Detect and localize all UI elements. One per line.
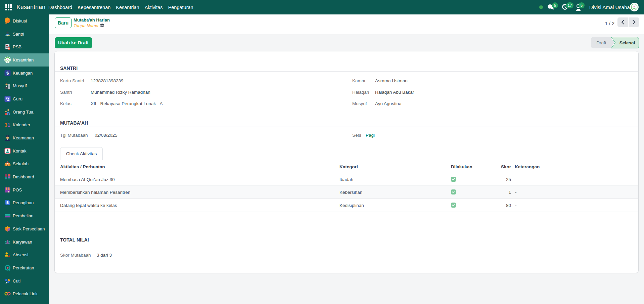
svg-text:3: 3 (4, 122, 7, 128)
svg-text:Selesai: Selesai (619, 40, 635, 45)
svg-text:$: $ (7, 201, 9, 205)
svg-text:$: $ (6, 71, 9, 76)
svg-text:1: 1 (7, 122, 10, 128)
svg-text:Draft: Draft (596, 40, 606, 45)
